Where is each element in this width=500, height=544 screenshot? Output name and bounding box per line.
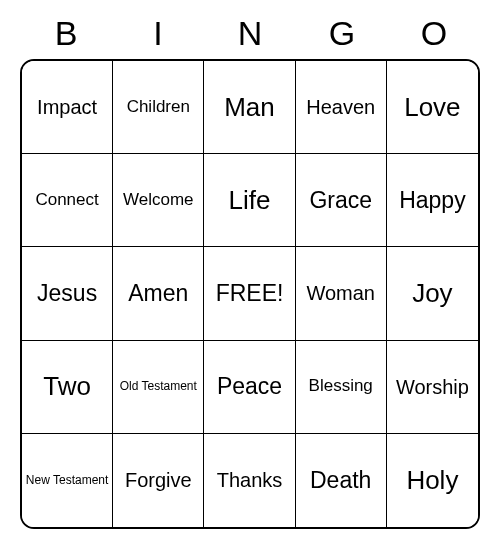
bingo-cell[interactable]: Life <box>204 154 295 247</box>
bingo-cell[interactable]: Children <box>113 61 204 154</box>
bingo-cell[interactable]: Connect <box>22 154 113 247</box>
bingo-cell[interactable]: Peace <box>204 341 295 434</box>
bingo-cell[interactable]: Thanks <box>204 434 295 527</box>
bingo-header: B I N G O <box>20 14 480 53</box>
bingo-cell[interactable]: Grace <box>296 154 387 247</box>
bingo-cell[interactable]: Old Testament <box>113 341 204 434</box>
bingo-cell[interactable]: Jesus <box>22 247 113 340</box>
bingo-cell[interactable]: New Testament <box>22 434 113 527</box>
header-letter-o: O <box>388 14 480 53</box>
bingo-cell[interactable]: Forgive <box>113 434 204 527</box>
bingo-cell[interactable]: Love <box>387 61 478 154</box>
bingo-cell[interactable]: Impact <box>22 61 113 154</box>
bingo-cell[interactable]: Two <box>22 341 113 434</box>
bingo-cell[interactable]: Welcome <box>113 154 204 247</box>
bingo-cell[interactable]: Happy <box>387 154 478 247</box>
header-letter-n: N <box>204 14 296 53</box>
header-letter-g: G <box>296 14 388 53</box>
bingo-cell[interactable]: Joy <box>387 247 478 340</box>
bingo-cell[interactable]: Heaven <box>296 61 387 154</box>
header-letter-i: I <box>112 14 204 53</box>
bingo-grid: Impact Children Man Heaven Love Connect … <box>20 59 480 529</box>
bingo-cell[interactable]: Woman <box>296 247 387 340</box>
bingo-cell[interactable]: Worship <box>387 341 478 434</box>
bingo-cell[interactable]: Holy <box>387 434 478 527</box>
header-letter-b: B <box>20 14 112 53</box>
bingo-cell[interactable]: Amen <box>113 247 204 340</box>
bingo-cell[interactable]: Man <box>204 61 295 154</box>
bingo-cell[interactable]: Death <box>296 434 387 527</box>
bingo-cell[interactable]: Blessing <box>296 341 387 434</box>
bingo-cell-free[interactable]: FREE! <box>204 247 295 340</box>
